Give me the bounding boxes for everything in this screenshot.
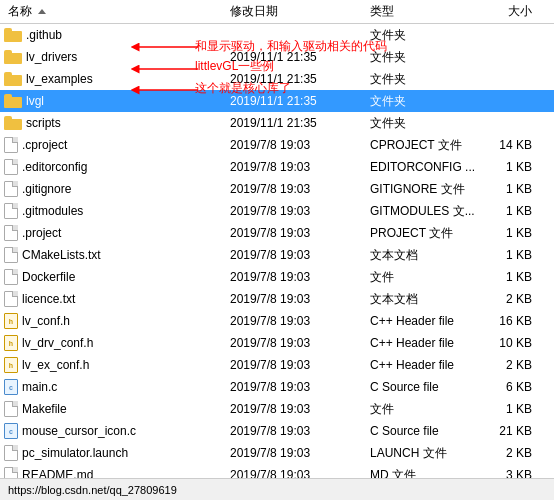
file-type-cell: EDITORCONFIG ... <box>370 160 490 174</box>
table-row[interactable]: scripts 2019/11/1 21:35 文件夹 <box>0 112 554 134</box>
table-row[interactable]: c mouse_cursor_icon.c 2019/7/8 19:03 C S… <box>0 420 554 442</box>
file-size-cell: 1 KB <box>490 204 540 218</box>
c-file-icon: c <box>4 423 18 439</box>
table-row[interactable]: c main.c 2019/7/8 19:03 C Source file 6 … <box>0 376 554 398</box>
file-date-cell: 2019/7/8 19:03 <box>230 182 370 196</box>
file-date-cell: 2019/7/8 19:03 <box>230 314 370 328</box>
file-name-text: .project <box>22 226 61 240</box>
file-name-cell: .editorconfig <box>0 159 230 175</box>
file-date-cell: 2019/7/8 19:03 <box>230 468 370 478</box>
file-type-cell: 文件夹 <box>370 71 490 88</box>
file-name-cell: lv_drivers <box>0 50 230 64</box>
file-name-text: CMakeLists.txt <box>22 248 101 262</box>
file-name-cell: .gitmodules <box>0 203 230 219</box>
table-row[interactable]: lv_examples 2019/11/1 21:35 文件夹 <box>0 68 554 90</box>
file-date-cell: 2019/7/8 19:03 <box>230 292 370 306</box>
file-name-cell: pc_simulator.launch <box>0 445 230 461</box>
file-name-cell: .gitignore <box>0 181 230 197</box>
file-date-cell: 2019/7/8 19:03 <box>230 270 370 284</box>
file-size-cell: 3 KB <box>490 468 540 478</box>
folder-icon <box>4 116 22 130</box>
file-name-text: Dockerfile <box>22 270 75 284</box>
file-name-cell: Dockerfile <box>0 269 230 285</box>
col-name-header[interactable]: 名称 <box>0 3 230 20</box>
col-date-header[interactable]: 修改日期 <box>230 3 370 20</box>
table-header: 名称 修改日期 类型 大小 <box>0 0 554 24</box>
file-type-cell: 文件夹 <box>370 93 490 110</box>
file-name-text: Makefile <box>22 402 67 416</box>
status-bar: https://blog.csdn.net/qq_27809619 <box>0 478 554 500</box>
file-name-cell: .project <box>0 225 230 241</box>
h-file-icon: h <box>4 313 18 329</box>
file-icon <box>4 181 18 197</box>
file-size-cell: 21 KB <box>490 424 540 438</box>
table-row[interactable]: .cproject 2019/7/8 19:03 CPROJECT 文件 14 … <box>0 134 554 156</box>
folder-icon <box>4 94 22 108</box>
table-row[interactable]: licence.txt 2019/7/8 19:03 文本文档 2 KB <box>0 288 554 310</box>
file-type-cell: 文件夹 <box>370 49 490 66</box>
file-type-cell: 文本文档 <box>370 291 490 308</box>
file-name-text: .cproject <box>22 138 67 152</box>
file-type-cell: 文件夹 <box>370 115 490 132</box>
file-name-text: .editorconfig <box>22 160 87 174</box>
table-row[interactable]: lv_drivers 2019/11/1 21:35 文件夹 <box>0 46 554 68</box>
file-name-text: lv_drv_conf.h <box>22 336 93 350</box>
file-type-cell: GITIGNORE 文件 <box>370 181 490 198</box>
file-date-cell: 2019/7/8 19:03 <box>230 226 370 240</box>
file-icon <box>4 445 18 461</box>
file-date-cell: 2019/11/1 21:35 <box>230 50 370 64</box>
folder-icon <box>4 50 22 64</box>
file-size-cell: 2 KB <box>490 446 540 460</box>
table-row[interactable]: h lv_drv_conf.h 2019/7/8 19:03 C++ Heade… <box>0 332 554 354</box>
file-size-cell: 2 KB <box>490 358 540 372</box>
file-date-cell: 2019/7/8 19:03 <box>230 358 370 372</box>
file-name-cell: c main.c <box>0 379 230 395</box>
table-row[interactable]: Dockerfile 2019/7/8 19:03 文件 1 KB <box>0 266 554 288</box>
file-name-cell: lv_examples <box>0 72 230 86</box>
file-type-cell: C++ Header file <box>370 314 490 328</box>
file-size-cell: 6 KB <box>490 380 540 394</box>
file-name-text: main.c <box>22 380 57 394</box>
file-type-cell: 文件 <box>370 401 490 418</box>
table-row[interactable]: CMakeLists.txt 2019/7/8 19:03 文本文档 1 KB <box>0 244 554 266</box>
file-date-cell: 2019/7/8 19:03 <box>230 402 370 416</box>
file-size-cell: 1 KB <box>490 182 540 196</box>
file-date-cell: 2019/7/8 19:03 <box>230 446 370 460</box>
file-type-cell: C++ Header file <box>370 358 490 372</box>
file-icon <box>4 159 18 175</box>
table-row[interactable]: lvgl 2019/11/1 21:35 文件夹 <box>0 90 554 112</box>
file-name-text: scripts <box>26 116 61 130</box>
file-name-cell: h lv_conf.h <box>0 313 230 329</box>
col-type-header[interactable]: 类型 <box>370 3 490 20</box>
file-date-cell: 2019/11/1 21:35 <box>230 72 370 86</box>
file-name-text: pc_simulator.launch <box>22 446 128 460</box>
col-size-header[interactable]: 大小 <box>490 3 540 20</box>
file-name-text: lv_conf.h <box>22 314 70 328</box>
file-name-cell: h lv_drv_conf.h <box>0 335 230 351</box>
file-size-cell: 16 KB <box>490 314 540 328</box>
file-name-text: .github <box>26 28 62 42</box>
table-row[interactable]: .github 文件夹 <box>0 24 554 46</box>
file-size-cell: 1 KB <box>490 160 540 174</box>
table-row[interactable]: h lv_ex_conf.h 2019/7/8 19:03 C++ Header… <box>0 354 554 376</box>
c-file-icon: c <box>4 379 18 395</box>
table-row[interactable]: .gitignore 2019/7/8 19:03 GITIGNORE 文件 1… <box>0 178 554 200</box>
table-row[interactable]: README.md 2019/7/8 19:03 MD 文件 3 KB <box>0 464 554 478</box>
file-icon <box>4 401 18 417</box>
file-size-cell: 1 KB <box>490 248 540 262</box>
status-url: https://blog.csdn.net/qq_27809619 <box>8 484 177 496</box>
file-date-cell: 2019/7/8 19:03 <box>230 204 370 218</box>
file-date-cell: 2019/7/8 19:03 <box>230 380 370 394</box>
file-type-cell: GITMODULES 文... <box>370 203 490 220</box>
file-date-cell: 2019/7/8 19:03 <box>230 160 370 174</box>
file-name-cell: h lv_ex_conf.h <box>0 357 230 373</box>
file-size-cell: 1 KB <box>490 270 540 284</box>
sort-arrow-icon <box>38 9 46 14</box>
table-row[interactable]: .project 2019/7/8 19:03 PROJECT 文件 1 KB <box>0 222 554 244</box>
table-row[interactable]: .gitmodules 2019/7/8 19:03 GITMODULES 文.… <box>0 200 554 222</box>
table-row[interactable]: pc_simulator.launch 2019/7/8 19:03 LAUNC… <box>0 442 554 464</box>
table-row[interactable]: h lv_conf.h 2019/7/8 19:03 C++ Header fi… <box>0 310 554 332</box>
table-row[interactable]: Makefile 2019/7/8 19:03 文件 1 KB <box>0 398 554 420</box>
file-name-text: mouse_cursor_icon.c <box>22 424 136 438</box>
table-row[interactable]: .editorconfig 2019/7/8 19:03 EDITORCONFI… <box>0 156 554 178</box>
